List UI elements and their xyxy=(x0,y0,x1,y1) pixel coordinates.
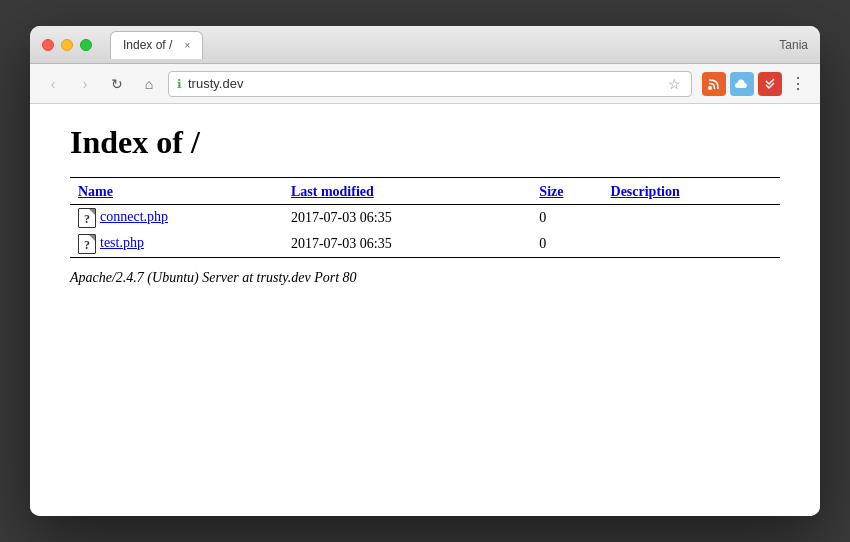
col-desc-header: Description xyxy=(603,178,780,205)
secure-icon: ℹ xyxy=(177,77,182,91)
forward-button[interactable]: › xyxy=(72,71,98,97)
file-name-cell: test.php xyxy=(70,231,283,258)
file-link[interactable]: test.php xyxy=(100,235,144,250)
address-text: trusty.dev xyxy=(188,76,660,91)
col-size-header: Size xyxy=(531,178,602,205)
title-bar: Index of / × Tania xyxy=(30,26,820,64)
server-info: Apache/2.4.7 (Ubuntu) Server at trusty.d… xyxy=(70,270,780,286)
maximize-button[interactable] xyxy=(80,39,92,51)
minimize-button[interactable] xyxy=(61,39,73,51)
desc-sort-link[interactable]: Description xyxy=(611,184,680,199)
rss-icon[interactable] xyxy=(702,72,726,96)
tab-bar: Index of / × xyxy=(110,26,203,63)
modified-sort-link[interactable]: Last modified xyxy=(291,184,374,199)
browser-tab[interactable]: Index of / × xyxy=(110,31,203,59)
table-row: connect.php 2017-07-03 06:35 0 xyxy=(70,205,780,232)
browser-window: Index of / × Tania ‹ › ↻ ⌂ ℹ trusty.dev … xyxy=(30,26,820,516)
file-size-cell: 0 xyxy=(531,231,602,258)
svg-point-0 xyxy=(708,86,712,90)
address-bar[interactable]: ℹ trusty.dev ☆ xyxy=(168,71,692,97)
table-row: test.php 2017-07-03 06:35 0 xyxy=(70,231,780,258)
traffic-lights xyxy=(42,39,92,51)
file-icon xyxy=(78,208,96,228)
col-name-header: Name xyxy=(70,178,283,205)
file-table: Name Last modified Size Description xyxy=(70,177,780,286)
refresh-button[interactable]: ↻ xyxy=(104,71,130,97)
col-modified-header: Last modified xyxy=(283,178,531,205)
size-sort-link[interactable]: Size xyxy=(539,184,563,199)
tab-close-button[interactable]: × xyxy=(180,38,194,52)
tab-title: Index of / xyxy=(123,38,172,52)
file-name-cell: connect.php xyxy=(70,205,283,232)
menu-button[interactable]: ⋮ xyxy=(786,72,810,96)
name-sort-link[interactable]: Name xyxy=(78,184,113,199)
user-name: Tania xyxy=(779,38,808,52)
cloud-icon[interactable] xyxy=(730,72,754,96)
home-button[interactable]: ⌂ xyxy=(136,71,162,97)
file-desc-cell xyxy=(603,205,780,232)
toolbar-icons: ⋮ xyxy=(702,72,810,96)
back-button[interactable]: ‹ xyxy=(40,71,66,97)
file-icon xyxy=(78,234,96,254)
page-content: Index of / Name Last modified Size Descr… xyxy=(30,104,820,516)
todoist-icon[interactable] xyxy=(758,72,782,96)
file-size-cell: 0 xyxy=(531,205,602,232)
close-button[interactable] xyxy=(42,39,54,51)
bookmark-button[interactable]: ☆ xyxy=(666,74,683,94)
table-header-row: Name Last modified Size Description xyxy=(70,178,780,205)
file-modified-cell: 2017-07-03 06:35 xyxy=(283,205,531,232)
file-modified-cell: 2017-07-03 06:35 xyxy=(283,231,531,258)
table-footer-row: Apache/2.4.7 (Ubuntu) Server at trusty.d… xyxy=(70,258,780,287)
file-link[interactable]: connect.php xyxy=(100,209,168,224)
file-desc-cell xyxy=(603,231,780,258)
nav-bar: ‹ › ↻ ⌂ ℹ trusty.dev ☆ xyxy=(30,64,820,104)
page-title: Index of / xyxy=(70,124,780,161)
